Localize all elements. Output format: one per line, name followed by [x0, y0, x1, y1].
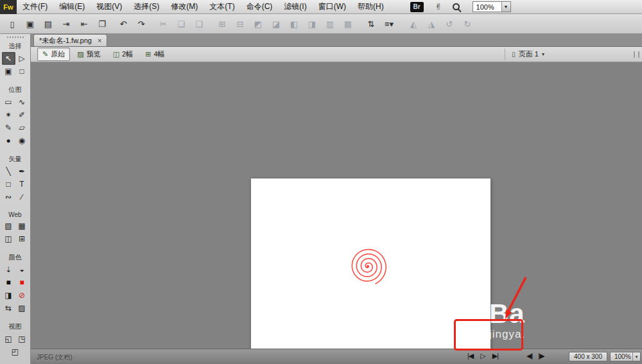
menu-item[interactable]: 选择(S) [128, 0, 165, 13]
no-color-button[interactable]: ⊘ [15, 289, 29, 302]
bring-forward-icon[interactable]: ◧ [287, 17, 301, 31]
send-backward-icon[interactable]: ◨ [305, 17, 319, 31]
view-mode-label: 2幅 [122, 49, 133, 59]
last-frame-button[interactable]: ▶| [492, 352, 498, 360]
paste-icon[interactable]: ❑ [192, 17, 206, 31]
copy-icon[interactable]: ❏ [174, 17, 188, 31]
print-icon[interactable]: ▤ [41, 17, 55, 31]
rotate-ccw-icon[interactable]: ↺ [442, 17, 456, 31]
panel-grip[interactable] [7, 37, 24, 39]
eyedropper-tool[interactable]: ⇣ [2, 263, 15, 276]
mode-original-button[interactable]: ✎ 原始 [37, 48, 70, 61]
status-zoom-button[interactable]: 100% ▾ [610, 352, 641, 361]
undo-icon[interactable]: ↶ [116, 17, 130, 31]
group-icon[interactable]: ⊞ [215, 17, 229, 31]
line-tool[interactable]: ╲ [2, 165, 15, 178]
fullscreen-with-menus-mode-button[interactable]: ◳ [15, 333, 29, 345]
first-frame-button[interactable]: |◀ [467, 352, 473, 360]
slice-tool[interactable]: ▦ [15, 220, 29, 232]
panel-dock-grip[interactable] [634, 51, 639, 58]
hotspot-tool[interactable]: ▧ [2, 220, 15, 232]
page-dropdown-icon[interactable]: ▾ [542, 51, 544, 57]
align-icon[interactable]: ▥ [323, 17, 337, 31]
hide-hotspots-button[interactable]: ◫ [2, 232, 15, 245]
brush-tool[interactable]: ✐ [15, 108, 29, 121]
crop-tool[interactable]: □ [15, 65, 29, 78]
menu-item[interactable]: 窗口(W) [313, 0, 352, 13]
menu-item[interactable]: 文件(F) [17, 0, 53, 13]
canvas[interactable] [251, 178, 490, 358]
import-icon[interactable]: ⇥ [59, 17, 73, 31]
eraser-tool[interactable]: ▱ [15, 121, 29, 134]
text-tool[interactable]: T [15, 178, 29, 191]
freeform-tool[interactable]: ∾ [2, 191, 15, 204]
zoom-dropdown-icon[interactable]: ▼ [501, 2, 510, 12]
blur-tool[interactable]: ● [2, 134, 15, 147]
hand-tool-icon[interactable]: ✌ [435, 2, 442, 12]
paint-bucket-tool[interactable]: ◒ [15, 263, 29, 276]
send-to-back-icon[interactable]: ◪ [269, 17, 283, 31]
pencil-tool[interactable]: ✎ [2, 121, 15, 134]
align-menu-icon[interactable]: ≡▾ [382, 17, 396, 31]
tools-panel: 选择 ↖▷▣□ 位图 ▭∿✶✐✎▱●◉ 矢量 ╲✒□T∾∕ Web [0, 34, 31, 364]
bring-to-front-icon[interactable]: ◩ [251, 17, 265, 31]
cut-icon[interactable]: ✂ [156, 17, 170, 31]
previous-frame-button[interactable]: ◀| [526, 352, 532, 360]
show-slices-button[interactable]: ⊞ [15, 232, 29, 245]
swap-colors-button[interactable]: ⇆ [2, 302, 15, 315]
export-icon[interactable]: ⇤ [77, 17, 91, 31]
menu-item[interactable]: 修改(M) [165, 0, 204, 13]
menu-item[interactable]: 视图(V) [91, 0, 128, 13]
menu-item[interactable]: 滤镜(I) [278, 0, 312, 13]
pen-tool[interactable]: ✒ [15, 165, 29, 178]
pointer-tool[interactable]: ↖ [2, 52, 15, 65]
tool-section-label: 颜色 [0, 253, 30, 262]
redo-icon[interactable]: ↷ [134, 17, 148, 31]
standard-screen-mode-button[interactable]: ◱ [2, 333, 15, 345]
zoom-level-combobox[interactable]: 100% ▼ [473, 1, 511, 12]
distribute-icon[interactable]: ▦ [341, 17, 355, 31]
new-document-icon[interactable]: ▯ [5, 17, 19, 31]
subselection-tool[interactable]: ▷ [15, 52, 29, 65]
rectangle-tool[interactable]: □ [2, 178, 15, 191]
stroke-color-swatch[interactable]: ■ [2, 276, 15, 289]
arrange-icon[interactable]: ⇅ [364, 17, 378, 31]
save-icon[interactable]: ▣ [23, 17, 37, 31]
ungroup-icon[interactable]: ⊟ [233, 17, 247, 31]
tool-sections: 选择 ↖▷▣□ 位图 ▭∿✶✐✎▱●◉ 矢量 ╲✒□T∾∕ Web [0, 42, 30, 358]
view-mode-icon: ▨ [77, 50, 83, 58]
flip-vertical-icon[interactable]: ◮ [424, 17, 438, 31]
document-tab[interactable]: *未命名-1.fw.png × [33, 34, 107, 46]
flip-horizontal-icon[interactable]: ◭ [406, 17, 421, 31]
status-zoom-dropdown-icon[interactable]: ▾ [632, 352, 640, 361]
texture-swatch[interactable]: ▨ [15, 302, 29, 315]
canvas-size-button[interactable]: 400 x 300 [569, 352, 607, 361]
quick-export-icon[interactable]: ❐ [95, 17, 109, 31]
default-colors-button[interactable]: ◨ [2, 289, 15, 302]
scale-tool[interactable]: ▣ [2, 65, 15, 78]
mode-preview-button[interactable]: ▨ 预览 [72, 48, 105, 61]
next-frame-button[interactable]: |▶ [538, 352, 544, 360]
knife-tool[interactable]: ∕ [15, 191, 29, 204]
rubber-stamp-tool[interactable]: ◉ [15, 134, 29, 147]
lasso-tool[interactable]: ∿ [15, 96, 29, 108]
bridge-icon[interactable]: Br [410, 2, 424, 12]
rotate-cw-icon[interactable]: ↻ [460, 17, 474, 31]
menu-item[interactable]: 编辑(E) [53, 0, 91, 13]
play-button[interactable]: ▷ [480, 352, 485, 360]
fill-color-swatch[interactable]: ■ [15, 276, 29, 289]
document-area[interactable] [31, 62, 642, 349]
fullscreen-mode-button[interactable]: ◰ [8, 345, 22, 358]
export-format-info: JPEG (文档) [37, 353, 73, 362]
mode-4up-button[interactable]: ⊞ 4幅 [140, 48, 169, 61]
page-indicator[interactable]: ▯ 页面 1 ▾ [505, 49, 544, 60]
zoom-tool-icon[interactable] [453, 3, 460, 10]
menu-item[interactable]: 命令(C) [241, 0, 279, 13]
canvas-drawing [251, 178, 490, 358]
tab-close-icon[interactable]: × [98, 37, 101, 44]
magic-wand-tool[interactable]: ✶ [2, 108, 15, 121]
mode-2up-button[interactable]: ◫ 2幅 [108, 48, 139, 61]
marquee-tool[interactable]: ▭ [2, 96, 15, 108]
menu-item[interactable]: 帮助(H) [352, 0, 390, 13]
menu-item[interactable]: 文本(T) [204, 0, 240, 13]
